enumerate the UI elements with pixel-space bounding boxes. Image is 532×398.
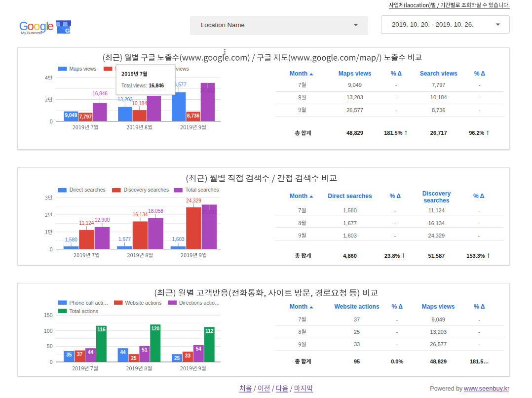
svg-text:1,677: 1,677 [118,237,131,242]
svg-text:Month: Month [290,303,307,310]
svg-text:13,203: 13,203 [117,97,133,102]
svg-text:Direct searches: Direct searches [328,193,372,199]
svg-text:Maps views: Maps views [339,70,372,77]
svg-text:16,846: 16,846 [92,91,108,96]
svg-text:51: 51 [142,347,148,353]
svg-text:9,049: 9,049 [431,317,445,322]
svg-text:23.8%: 23.8% [384,253,400,259]
svg-text:My Business: My Business [21,31,42,35]
svg-text:0.0%: 0.0% [391,358,403,364]
svg-text:Maps views: Maps views [422,303,455,310]
svg-text:9,049: 9,049 [65,113,77,118]
svg-text:153.3%: 153.3% [466,253,485,259]
svg-text:-: - [395,82,397,88]
svg-text:Total searches: Total searches [186,187,219,193]
svg-text:-: - [479,82,481,88]
svg-text:8,736: 8,736 [187,113,199,119]
svg-text:Month: Month [290,193,307,199]
svg-text:-: - [478,207,480,213]
svg-text:0: 0 [50,359,53,365]
svg-text:Maps views: Maps views [70,66,97,72]
svg-text:-: - [394,233,396,239]
svg-text:Total actions: Total actions [70,308,98,314]
svg-text:Discovery: Discovery [422,190,451,197]
svg-text:120: 120 [151,326,159,331]
svg-text:44: 44 [120,350,126,355]
svg-text:37: 37 [354,317,360,322]
svg-text:Search views: Search views [420,70,457,77]
svg-text:16,134: 16,134 [133,212,148,217]
svg-text:4,860: 4,860 [343,253,357,259]
svg-text:Total views:: Total views: [121,83,147,88]
svg-text:100: 100 [44,328,53,334]
svg-text:33: 33 [354,341,360,347]
svg-text:% Δ: % Δ [474,303,485,310]
svg-text:10,184: 10,184 [132,101,147,106]
svg-text:13,203: 13,203 [346,94,363,100]
svg-text:35: 35 [66,352,72,358]
svg-text:1,603: 1,603 [172,237,184,242]
svg-text:25: 25 [354,329,360,335]
svg-text:54: 54 [196,346,202,352]
svg-text:11,124: 11,124 [428,207,445,213]
svg-text:181.5…: 181.5… [470,358,489,364]
svg-text:Month: Month [290,70,307,77]
svg-text:24,329: 24,329 [428,233,445,239]
svg-text:95: 95 [354,358,360,364]
svg-text:-: - [395,94,397,100]
svg-text:48,829: 48,829 [346,130,363,136]
svg-text:35,313: 35,313 [200,88,216,93]
svg-text:37: 37 [77,352,83,357]
svg-text:8,736: 8,736 [432,107,446,113]
svg-text:-: - [478,220,480,226]
svg-text:searches: searches [423,197,449,204]
svg-text:96.2%: 96.2% [469,130,484,136]
svg-text:-: - [478,341,480,347]
svg-text:1,677: 1,677 [343,220,357,226]
svg-text:0: 0 [50,246,53,252]
svg-text:-: - [478,317,480,322]
svg-text:Direct searches: Direct searches [70,187,106,193]
svg-text:Website actions: Website actions [125,300,162,306]
svg-text:25: 25 [174,356,180,361]
svg-text:12,900: 12,900 [95,217,110,223]
svg-text:-: - [478,233,480,239]
svg-text:-: - [479,94,481,100]
svg-text:150: 150 [44,312,53,318]
svg-text:0: 0 [50,119,53,124]
svg-text:G: G [65,28,70,34]
svg-text:44: 44 [88,350,94,355]
svg-text:-: - [396,341,398,347]
svg-text:50: 50 [47,343,53,349]
svg-text:% Δ: % Δ [474,70,486,77]
svg-text:Phone call acti…: Phone call acti… [70,300,109,306]
svg-text:% Δ: % Δ [392,303,403,310]
svg-text:112: 112 [205,328,214,334]
svg-text:13,203: 13,203 [430,329,447,335]
svg-text:e: e [47,19,54,33]
svg-text:1,580: 1,580 [65,237,77,242]
svg-text:Website actions: Website actions [334,303,379,310]
svg-text:26,577: 26,577 [430,341,447,347]
svg-text:16,846: 16,846 [149,83,164,88]
svg-text:51,587: 51,587 [428,253,445,259]
svg-text:% Δ: % Δ [391,70,402,77]
svg-text:18,058: 18,058 [148,208,163,214]
svg-text:48,829: 48,829 [430,358,447,364]
svg-text:-: - [479,107,481,113]
svg-text:www.seenbuy.kr: www.seenbuy.kr [463,385,510,392]
svg-text:1,580: 1,580 [343,207,357,213]
svg-text:% Δ: % Δ [473,193,485,199]
svg-text:1,603: 1,603 [343,233,357,239]
svg-text:33: 33 [185,353,191,358]
svg-text:7,797: 7,797 [79,114,92,119]
svg-text:% Δ: % Δ [390,193,401,199]
svg-text:11,124: 11,124 [79,220,94,226]
svg-text:-: - [395,107,397,113]
svg-text:25,932: 25,932 [202,209,217,215]
svg-text:Discovery searches: Discovery searches [124,187,169,193]
svg-text:Directions actio…: Directions actio… [179,300,220,306]
svg-text:25: 25 [131,356,137,361]
svg-text:181.5%: 181.5% [384,130,403,136]
svg-text:16,134: 16,134 [428,220,445,226]
